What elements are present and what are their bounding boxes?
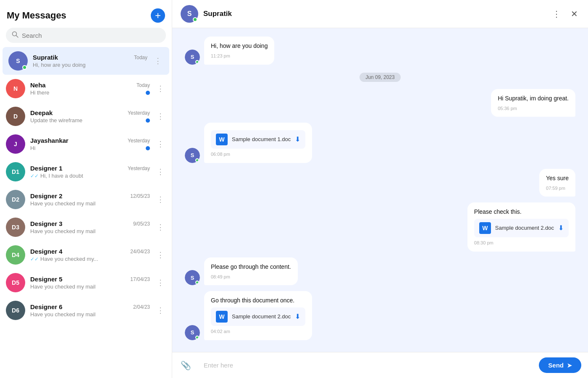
- date-divider: Jun 09, 2023: [185, 73, 575, 81]
- online-dot: [22, 65, 27, 70]
- contact-time: 12/05/23: [130, 193, 150, 199]
- online-dot: [195, 336, 199, 339]
- avatar: D5: [6, 273, 25, 292]
- avatar: J: [6, 134, 25, 154]
- contact-preview: Have you checked my mail: [30, 228, 95, 234]
- message-input[interactable]: [198, 358, 534, 372]
- word-doc-icon: W: [216, 311, 228, 323]
- search-input[interactable]: [22, 32, 160, 39]
- doc-filename: Sample document 2.doc: [232, 312, 291, 321]
- chat-header-actions: ⋮ ✕: [551, 7, 580, 21]
- incoming-bubble: Go through this document once. W Sample …: [204, 291, 312, 340]
- send-label: Send: [548, 362, 564, 369]
- contact-item-supratik[interactable]: S Supratik Today Hi, how are you doing ⋮: [3, 47, 169, 75]
- message-text: Hi Supratik, im doing great.: [498, 95, 569, 102]
- contact-item-deepak[interactable]: D Deepak Yesterday Update the wireframe …: [0, 102, 172, 130]
- sender-avatar-wrap: S: [185, 148, 200, 163]
- chat-header: S Supratik ⋮ ✕: [172, 0, 588, 28]
- download-button[interactable]: ⬇: [558, 223, 564, 233]
- contact-item-designer1[interactable]: D1 Designer 1 Yesterday ✓✓ Hi, I have a …: [0, 158, 172, 186]
- contact-item-designer4[interactable]: D4 Designer 4 24/04/23 ✓✓ Have you check…: [0, 241, 172, 269]
- message-text: Please go through the content.: [211, 263, 291, 270]
- chat-header-left: S Supratik: [181, 5, 232, 23]
- message-text: Hi, how are you doing: [211, 42, 268, 49]
- contact-item-jayashankar[interactable]: J Jayashankar Yesterday Hi ⋮: [0, 130, 172, 158]
- contact-time: 17/04/23: [130, 276, 150, 282]
- svg-line-1: [16, 36, 18, 38]
- message-time: 04:02 am: [211, 328, 305, 335]
- contact-item-designer5[interactable]: D5 Designer 5 17/04/23 Have you checked …: [0, 269, 172, 297]
- input-area: 📎 Send ➤: [172, 352, 588, 378]
- contact-item-designer6[interactable]: D6 Designer 6 2/04/23 Have you checked m…: [0, 297, 172, 324]
- contact-info: Neha Today Hi there: [30, 81, 150, 96]
- search-icon: [12, 31, 18, 39]
- plus-icon: +: [155, 10, 161, 21]
- avatar-wrap: D5: [6, 273, 25, 292]
- contact-name: Designer 5: [30, 276, 63, 283]
- message-text: Yes sure: [546, 175, 569, 181]
- contact-name: Jayashankar: [30, 137, 68, 144]
- avatar: D3: [6, 218, 25, 237]
- close-chat-button[interactable]: ✕: [569, 7, 580, 21]
- avatar-wrap: D: [6, 107, 25, 126]
- contact-more-button[interactable]: ⋮: [155, 222, 166, 233]
- word-doc-icon: W: [479, 222, 491, 234]
- message-row: S Please go through the content. 08:49 p…: [185, 257, 575, 286]
- contact-more-button[interactable]: ⋮: [152, 55, 163, 66]
- contact-preview: Have you checked my mail: [30, 284, 95, 290]
- more-options-button[interactable]: ⋮: [551, 7, 562, 21]
- document-attachment: W Sample document 1.doc ⬇: [211, 130, 305, 149]
- contact-preview: Hi: [30, 145, 35, 151]
- contact-more-button[interactable]: ⋮: [155, 83, 166, 94]
- app-title: My Messages: [7, 10, 66, 21]
- incoming-bubble: W Sample document 1.doc ⬇ 06:08 pm: [204, 123, 312, 163]
- incoming-bubble: Please go through the content. 08:49 pm: [204, 257, 298, 286]
- contact-time: 2/04/23: [133, 304, 150, 310]
- document-attachment: W Sample document 2.doc ⬇: [211, 307, 305, 326]
- message-time: 05:36 pm: [498, 105, 569, 112]
- download-button[interactable]: ⬇: [295, 134, 300, 144]
- message-row: S Go through this document once. W Sampl…: [185, 291, 575, 340]
- contact-info: Deepak Yesterday Update the wireframe: [30, 109, 150, 123]
- contact-more-button[interactable]: ⋮: [155, 166, 166, 177]
- doc-filename: Sample document 1.doc: [232, 135, 291, 144]
- message-row: Yes sure 07:59 pm: [185, 169, 575, 197]
- avatar-wrap: D2: [6, 190, 25, 209]
- send-button[interactable]: Send ➤: [539, 357, 581, 373]
- contact-info: Designer 2 12/05/23 Have you checked my …: [30, 192, 150, 207]
- contact-item-designer2[interactable]: D2 Designer 2 12/05/23 Have you checked …: [0, 186, 172, 213]
- message-time: 08:30 pm: [474, 239, 569, 247]
- contact-preview: ✓✓ Have you checked my...: [30, 256, 98, 262]
- attach-button[interactable]: 📎: [179, 359, 193, 372]
- contact-time: Yesterday: [128, 165, 150, 171]
- contact-name: Designer 3: [30, 220, 63, 227]
- message-time: 06:08 pm: [211, 151, 305, 158]
- chat-header-name: Supratik: [203, 10, 232, 18]
- outgoing-bubble: Please check this. W Sample document 2.d…: [467, 202, 575, 252]
- chat-header-avatar-wrap: S: [181, 5, 198, 23]
- online-indicator: [193, 17, 197, 22]
- contact-more-button[interactable]: ⋮: [155, 111, 166, 122]
- contact-time: Today: [134, 55, 147, 60]
- paperclip-icon: 📎: [181, 361, 191, 370]
- contact-more-button[interactable]: ⋮: [155, 249, 166, 260]
- add-conversation-button[interactable]: +: [151, 8, 165, 23]
- message-row: S W Sample document 1.doc ⬇ 06:08 pm: [185, 123, 575, 163]
- contact-more-button[interactable]: ⋮: [155, 305, 166, 316]
- left-panel: My Messages + S Supratik Today Hi, how a…: [0, 0, 172, 378]
- contact-more-button[interactable]: ⋮: [155, 139, 166, 150]
- download-button[interactable]: ⬇: [295, 312, 300, 322]
- contact-item-designer3[interactable]: D3 Designer 3 9/05/23 Have you checked m…: [0, 213, 172, 241]
- contact-time: 24/04/23: [130, 249, 150, 255]
- double-check-icon: ✓✓: [30, 173, 39, 179]
- contact-time: Today: [136, 82, 150, 88]
- message-time: 08:49 pm: [211, 273, 291, 281]
- contact-item-neha[interactable]: N Neha Today Hi there ⋮: [0, 75, 172, 102]
- message-time: 11:23 pm: [211, 52, 268, 60]
- avatar-wrap: N: [6, 79, 25, 98]
- word-doc-icon: W: [216, 134, 228, 145]
- sender-avatar-wrap: S: [185, 270, 200, 285]
- contact-more-button[interactable]: ⋮: [155, 194, 166, 205]
- contact-more-button[interactable]: ⋮: [155, 277, 166, 288]
- message-text: Go through this document once.: [211, 297, 294, 304]
